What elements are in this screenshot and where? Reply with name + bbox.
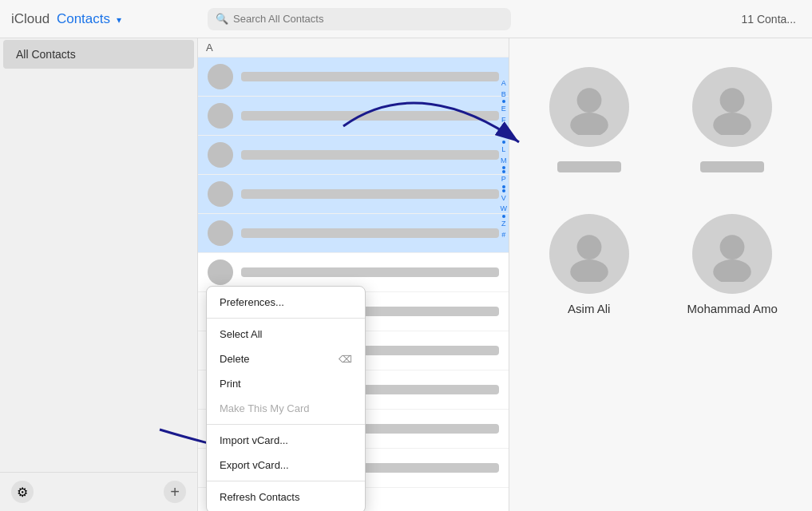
contact-card-3: Asim Ali bbox=[525, 201, 653, 328]
table-row[interactable] bbox=[198, 97, 509, 136]
avatar bbox=[208, 220, 233, 246]
menu-separator-2 bbox=[207, 424, 365, 425]
svg-point-3 bbox=[713, 113, 751, 135]
alpha-dot-O bbox=[502, 170, 505, 173]
alpha-dot-Q bbox=[502, 185, 505, 188]
alpha-I[interactable]: I bbox=[502, 129, 505, 140]
alpha-P[interactable]: P bbox=[501, 174, 506, 184]
contact-list: A bbox=[198, 38, 509, 511]
svg-point-7 bbox=[713, 259, 751, 282]
avatar-large-4 bbox=[692, 214, 772, 294]
alpha-dot-G bbox=[502, 125, 505, 129]
alpha-E[interactable]: E bbox=[501, 104, 506, 114]
contact-name-asim: Asim Ali bbox=[568, 302, 610, 315]
menu-item-select-all[interactable]: Select All bbox=[207, 322, 365, 347]
contact-name-bar-2 bbox=[700, 161, 764, 172]
avatar bbox=[208, 181, 233, 207]
avatar bbox=[208, 64, 233, 89]
detail-panel: Asim Ali Mohammad Amo bbox=[509, 38, 812, 511]
table-row[interactable] bbox=[198, 175, 509, 214]
menu-item-refresh-contacts[interactable]: Refresh Contacts bbox=[207, 485, 365, 509]
avatar-large-3 bbox=[549, 214, 629, 294]
sidebar-item-all-contacts[interactable]: All Contacts bbox=[3, 40, 194, 69]
svg-point-1 bbox=[570, 113, 608, 135]
menu-item-preferences[interactable]: Preferences... bbox=[207, 290, 365, 315]
table-row[interactable] bbox=[198, 214, 509, 253]
contact-name-bar bbox=[241, 111, 499, 121]
alpha-Z[interactable]: Z bbox=[501, 219, 506, 229]
table-row[interactable] bbox=[198, 136, 509, 175]
contact-name-bar bbox=[241, 228, 499, 238]
menu-separator-1 bbox=[207, 318, 365, 319]
menu-item-export-vcard[interactable]: Export vCard... bbox=[207, 453, 365, 477]
add-contact-button[interactable]: + bbox=[164, 481, 186, 503]
alpha-M[interactable]: M bbox=[501, 156, 507, 166]
alpha-hash[interactable]: # bbox=[501, 230, 505, 240]
contact-count: 11 Conta... bbox=[742, 13, 813, 26]
svg-point-6 bbox=[720, 235, 745, 259]
avatar bbox=[208, 142, 233, 168]
alpha-V[interactable]: V bbox=[501, 193, 506, 204]
delete-shortcut: ⌫ bbox=[339, 354, 352, 365]
alpha-dot-R bbox=[502, 189, 505, 192]
contact-name-bar bbox=[241, 72, 499, 81]
top-bar: iCloud Contacts ▾ 🔍 11 Conta... bbox=[0, 0, 812, 38]
plus-icon: + bbox=[170, 483, 180, 501]
menu-item-make-my-card: Make This My Card bbox=[207, 396, 365, 421]
search-icon: 🔍 bbox=[216, 13, 228, 25]
avatar-large-1 bbox=[549, 67, 629, 147]
svg-point-5 bbox=[570, 259, 608, 282]
contact-name-bar bbox=[241, 189, 499, 199]
contact-card-4: Mohammad Amo bbox=[669, 201, 797, 328]
contact-name-mohammad: Mohammad Amo bbox=[687, 302, 778, 315]
menu-item-import-vcard[interactable]: Import vCard... bbox=[207, 428, 365, 453]
menu-separator-3 bbox=[207, 481, 365, 481]
sidebar: All Contacts ⚙ + bbox=[0, 38, 198, 511]
context-menu: Preferences... Select All Delete ⌫ Print… bbox=[206, 286, 366, 511]
alpha-B[interactable]: B bbox=[501, 89, 506, 100]
avatar-large-2 bbox=[692, 67, 772, 147]
app-title: iCloud Contacts ▾ bbox=[11, 11, 121, 27]
alpha-F[interactable]: F bbox=[501, 115, 506, 125]
svg-point-2 bbox=[720, 88, 745, 113]
alpha-dot-C bbox=[502, 100, 505, 103]
menu-item-delete[interactable]: Delete ⌫ bbox=[207, 347, 365, 371]
gear-button[interactable]: ⚙ bbox=[11, 481, 34, 503]
alphabet-index: A B E F I L M P V W Z # bbox=[501, 78, 508, 240]
contact-card-2 bbox=[669, 54, 797, 185]
gear-icon: ⚙ bbox=[17, 485, 28, 500]
alpha-W[interactable]: W bbox=[501, 204, 508, 214]
avatar bbox=[208, 259, 233, 285]
section-header-a: A bbox=[198, 38, 509, 57]
menu-item-print[interactable]: Print bbox=[207, 371, 365, 396]
search-input[interactable] bbox=[233, 13, 503, 25]
alpha-dot-X bbox=[502, 215, 505, 218]
svg-point-4 bbox=[576, 235, 601, 259]
contact-name-bar bbox=[241, 267, 499, 277]
sidebar-bottom: ⚙ + bbox=[0, 472, 197, 511]
contact-name-bar-1 bbox=[557, 161, 621, 172]
main-layout: All Contacts ⚙ + A bbox=[0, 38, 812, 511]
svg-point-0 bbox=[576, 88, 601, 113]
contact-card-1 bbox=[525, 54, 653, 185]
contact-name-bar bbox=[241, 150, 499, 160]
app-title-area: iCloud Contacts ▾ bbox=[0, 11, 198, 27]
alpha-dot-J bbox=[502, 141, 505, 144]
avatar bbox=[208, 103, 233, 129]
alpha-L[interactable]: L bbox=[501, 145, 505, 155]
alpha-A[interactable]: A bbox=[501, 78, 506, 89]
table-row[interactable] bbox=[198, 57, 509, 97]
search-bar[interactable]: 🔍 bbox=[208, 8, 511, 30]
alpha-dot-N bbox=[502, 166, 505, 169]
